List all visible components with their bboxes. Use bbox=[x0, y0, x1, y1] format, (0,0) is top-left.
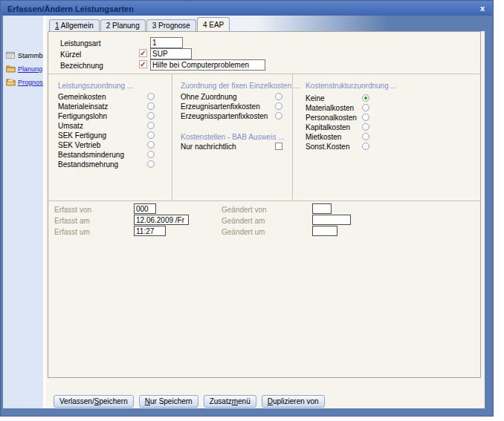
radio-icon[interactable] bbox=[147, 93, 155, 100]
radio-icon[interactable] bbox=[362, 94, 369, 102]
group-title: Leistungszuordnung ... bbox=[58, 82, 133, 90]
radio-icon[interactable] bbox=[147, 102, 155, 110]
radio-icon[interactable] bbox=[362, 114, 369, 121]
tab-bar: 1 Allgemein 2 Planung 3 Prognose 4 EAP bbox=[46, 16, 485, 31]
radio-icon[interactable] bbox=[362, 143, 369, 150]
bezeichnung-label: Bezeichnung bbox=[60, 62, 103, 70]
radio-option-sonst-kosten[interactable]: Sonst.Kosten bbox=[292, 143, 480, 151]
button-bar: Verlassen/Speichern Nur Speichern Zusatz… bbox=[54, 395, 325, 408]
radio-icon[interactable] bbox=[275, 102, 282, 110]
geaendert-am-label: Geändert am bbox=[222, 217, 265, 225]
radio-option-bestandsmehrung[interactable]: Bestandsmehrung bbox=[48, 160, 172, 169]
radio-option-kapitalkosten[interactable]: Kapitalkosten bbox=[292, 123, 480, 132]
bezeichnung-input[interactable] bbox=[150, 59, 265, 71]
kuerzel-label: Kürzel bbox=[60, 50, 81, 59]
sidebar-item-stammblatt[interactable]: Stammblatt bbox=[3, 50, 43, 61]
group-title: Kostenstrukturzuordnung ... bbox=[306, 82, 397, 90]
group-fixe-einzelkosten: Zuordnung der fixen Einzelkosten ... Ohn… bbox=[172, 74, 292, 200]
check-icon: ✓ bbox=[139, 49, 147, 57]
app-window: Erfassen/Ändern Leistungsarten x Stammbl… bbox=[0, 0, 494, 417]
radio-option-materialkosten[interactable]: Materialkosten bbox=[292, 104, 480, 113]
radio-icon[interactable] bbox=[147, 141, 155, 149]
radio-icon[interactable] bbox=[147, 122, 155, 129]
radio-option-bestandsminderung[interactable]: Bestandsminderung bbox=[48, 151, 172, 160]
radio-option-erzeugnisartenfixkosten[interactable]: Erzeugnisartenfixkosten bbox=[172, 102, 292, 111]
group-title: Zuordnung der fixen Einzelkosten ... bbox=[181, 82, 300, 90]
geaendert-von-input[interactable] bbox=[312, 203, 332, 214]
radio-option-keine[interactable]: Keine bbox=[292, 94, 480, 103]
radio-icon[interactable] bbox=[275, 93, 282, 100]
section-divider bbox=[48, 200, 480, 201]
geaendert-am-input[interactable] bbox=[312, 215, 351, 225]
check-icon: ✓ bbox=[139, 60, 147, 68]
sidebar-item-planung[interactable]: Planung bbox=[3, 63, 43, 74]
tab-prognose[interactable]: 3 Prognose bbox=[146, 19, 196, 31]
radio-icon[interactable] bbox=[147, 131, 155, 139]
radio-icon[interactable] bbox=[147, 151, 155, 158]
group-kostenstruktur: Kostenstrukturzuordnung ... Keine Materi… bbox=[292, 74, 480, 200]
geaendert-von-label: Geändert von bbox=[222, 206, 267, 214]
kuerzel-input[interactable] bbox=[150, 48, 192, 59]
card-icon bbox=[6, 50, 16, 61]
duplizieren-von-button[interactable]: Duplizieren von bbox=[262, 395, 325, 408]
tab-panel-eap: Leistungsart Kürzel ✓ Bezeichnung ✓ Leis… bbox=[48, 31, 481, 378]
leistungsart-input[interactable] bbox=[150, 37, 183, 48]
sidebar-item-label: Prognose bbox=[18, 79, 47, 86]
radio-option-ohne-zuordnung[interactable]: Ohne Zuordnung bbox=[172, 93, 292, 102]
leistungsart-label: Leistungsart bbox=[60, 39, 100, 48]
nur-speichern-button[interactable]: Nur Speichern bbox=[139, 395, 198, 408]
tab-planung[interactable]: 2 Planung bbox=[100, 19, 146, 31]
geaendert-um-input[interactable] bbox=[312, 226, 337, 236]
radio-icon[interactable] bbox=[147, 112, 155, 120]
radio-option-fertigungslohn[interactable]: Fertigungslohn bbox=[48, 112, 172, 121]
erfasst-am-input[interactable] bbox=[134, 215, 189, 225]
tab-eap[interactable]: 4 EAP bbox=[197, 17, 230, 31]
erfasst-am-label: Erfasst am bbox=[54, 217, 90, 225]
close-icon[interactable]: x bbox=[479, 4, 486, 13]
zusatzmenue-button[interactable]: Zusatzmenü bbox=[204, 395, 256, 408]
sidebar-item-prognose[interactable]: Prognose bbox=[3, 76, 43, 88]
radio-option-materialeinsatz[interactable]: Materialeinsatz bbox=[48, 102, 172, 111]
geaendert-um-label: Geändert um bbox=[222, 228, 265, 236]
checkbox-icon[interactable] bbox=[275, 143, 282, 150]
radio-option-umsatz[interactable]: Umsatz bbox=[48, 122, 172, 131]
radio-option-personalkosten[interactable]: Personalkosten bbox=[292, 114, 480, 123]
radio-option-erzeugnisspartenfixkosten[interactable]: Erzeugnisspartenfixkosten bbox=[172, 112, 292, 121]
radio-icon[interactable] bbox=[362, 123, 369, 131]
radio-icon[interactable] bbox=[275, 112, 282, 120]
erfasst-von-input[interactable] bbox=[134, 203, 156, 214]
sidebar-item-label: Planung bbox=[18, 65, 42, 73]
erfasst-um-input[interactable] bbox=[134, 226, 166, 236]
radio-option-mietkosten[interactable]: Mietkosten bbox=[292, 133, 480, 142]
radio-option-sek-vertrieb[interactable]: SEK Vertrieb bbox=[48, 141, 172, 150]
tab-allgemein[interactable]: 1 Allgemein bbox=[49, 19, 100, 31]
checkbox-option-nur-nachrichtlich[interactable]: Nur nachrichtlich bbox=[172, 143, 292, 151]
radio-icon[interactable] bbox=[362, 133, 369, 140]
main-area: 1 Allgemein 2 Planung 3 Prognose 4 EAP L… bbox=[46, 16, 485, 408]
erfasst-von-label: Erfasst von bbox=[54, 206, 91, 214]
radio-option-gemeinkosten[interactable]: Gemeinkosten bbox=[48, 93, 172, 102]
radio-icon[interactable] bbox=[362, 104, 369, 111]
window-titlebar: Erfassen/Ändern Leistungsarten x bbox=[1, 1, 492, 16]
group-title-kostenstellen: Kostenstellen - BAB Ausweis ... bbox=[181, 133, 285, 141]
erfasst-um-label: Erfasst um bbox=[54, 228, 90, 236]
folder-icon bbox=[6, 64, 16, 74]
radio-option-sek-fertigung[interactable]: SEK Fertigung bbox=[48, 131, 172, 140]
group-leistungszuordnung: Leistungszuordnung ... Gemeinkosten Mate… bbox=[48, 74, 172, 200]
verlassen-speichern-button[interactable]: Verlassen/Speichern bbox=[54, 395, 134, 408]
folder-icon bbox=[6, 77, 16, 88]
sidebar: Stammblatt Planung Prognose bbox=[3, 16, 43, 408]
radio-icon[interactable] bbox=[147, 160, 155, 168]
window-title: Erfassen/Ändern Leistungsarten bbox=[7, 4, 134, 13]
